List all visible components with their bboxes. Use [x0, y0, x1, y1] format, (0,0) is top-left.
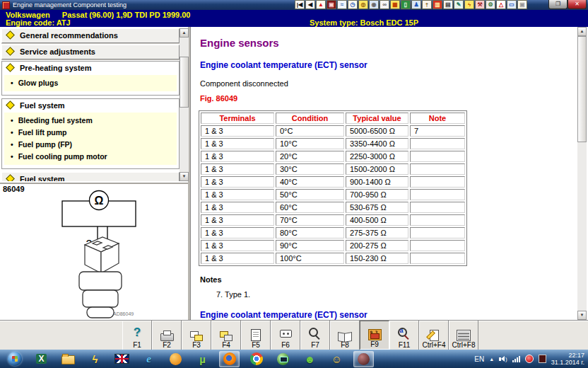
sidebar-item-bleeding-fuel-system[interactable]: •Bleeding fuel system: [4, 115, 177, 127]
workshop-app-icon[interactable]: [353, 351, 374, 367]
sidebar-scrollbar[interactable]: ▲ ▼: [180, 28, 189, 181]
sidebar-section-label: Fuel system: [20, 101, 65, 110]
fkey-f6-button[interactable]: F6: [271, 321, 300, 350]
engine-test-icon[interactable]: ▣: [327, 0, 336, 9]
restore-window-button[interactable]: ❐: [548, 0, 568, 9]
hidden-icons-arrow-icon[interactable]: ▲: [489, 357, 494, 362]
window-panel-icon[interactable]: ▣: [517, 0, 527, 9]
sidebar-section-service-adjustments[interactable]: Service adjustments: [1, 45, 180, 59]
chrome-icon[interactable]: [246, 351, 266, 367]
bullet-icon: •: [11, 128, 13, 137]
fkey-f11-button[interactable]: F11: [389, 321, 419, 350]
fkey-ctrl-f8-button[interactable]: Ctrl+F8: [449, 321, 478, 350]
warning-triangle-icon[interactable]: ▲: [316, 0, 326, 9]
sidebar-section-label: Service adjustments: [20, 47, 95, 56]
recorder-tray-icon[interactable]: [525, 355, 534, 363]
toolbox-icon[interactable]: ⚒: [475, 0, 485, 9]
sidebar-accordion: General recommendationsService adjustmen…: [1, 28, 180, 181]
sidebar-item-fuel-pump-fp[interactable]: •Fuel pump (FP): [4, 139, 177, 151]
battery-icon[interactable]: ▥: [433, 0, 442, 9]
media-player-icon[interactable]: [273, 351, 293, 367]
tyres-icon[interactable]: ∞: [380, 0, 389, 9]
sidebar-section-general-recommendations[interactable]: General recommendations: [1, 28, 180, 43]
content-scroll-thumb[interactable]: [577, 36, 587, 142]
content-scrollbar[interactable]: ▲ ▼: [577, 27, 587, 320]
sidebar-section-fuel-system[interactable]: Fuel system: [1, 172, 180, 181]
winamp-glyph: ϟ: [93, 354, 98, 364]
firefox-icon[interactable]: [219, 351, 240, 367]
gear-icon[interactable]: ⚙: [486, 0, 495, 9]
fkey-label: F3: [192, 341, 201, 349]
fkey-f9-button[interactable]: F9: [360, 321, 389, 350]
sidebar-section-pre-heating-system[interactable]: Pre-heating system: [2, 62, 179, 75]
scroll-down-icon[interactable]: ▼: [577, 311, 587, 320]
lubricants-icon[interactable]: ≈: [337, 0, 347, 9]
utorrent-icon[interactable]: µ: [192, 351, 213, 367]
fkey-f7-button[interactable]: F7: [300, 321, 330, 350]
fkey-f8-button[interactable]: F8: [330, 321, 360, 350]
taskbar-clock[interactable]: 22:17 31.1.2014 г.: [551, 352, 584, 367]
fkey-f4-button[interactable]: F4: [211, 321, 241, 350]
excel-icon[interactable]: X: [31, 351, 52, 367]
scroll-up-icon[interactable]: ▲: [180, 28, 189, 38]
fkey-f2-button[interactable]: F2: [152, 321, 182, 350]
winamp-icon[interactable]: ϟ: [85, 351, 105, 367]
wheel-icon[interactable]: ◉: [369, 0, 379, 9]
fkey-f1-button[interactable]: F1: [122, 321, 152, 350]
start-button[interactable]: [4, 351, 25, 367]
table-cell: 1 & 3: [201, 227, 274, 238]
fk-keypad-icon: [368, 329, 382, 340]
diamond-icon: [6, 63, 15, 72]
spark-plug-icon[interactable]: †: [422, 0, 432, 9]
top-toolbar: |◀◀▲▣≈◷◎◉∞▦▯♟†▥▤✎ϟ⚒⚙△▭▣: [295, 0, 528, 9]
sidebar-section-fuel-system[interactable]: Fuel system: [2, 99, 179, 113]
door-icon[interactable]: ▯: [401, 0, 411, 9]
sidebar-section-label: Pre-heating system: [20, 64, 91, 72]
scroll-up-icon[interactable]: ▲: [577, 27, 587, 36]
table-row: 1 & 310°C3350-4400 Ω: [201, 138, 465, 149]
file-explorer-icon[interactable]: [58, 351, 78, 367]
fkey-f3-button[interactable]: F3: [182, 321, 211, 350]
car-body-icon[interactable]: ▭: [507, 0, 517, 9]
table-row: 1 & 390°C200-275 Ω: [201, 240, 465, 251]
nav-back-icon[interactable]: ◀: [305, 0, 315, 9]
service-intervals-icon[interactable]: ◷: [348, 0, 358, 9]
hand-tool-icon[interactable]: ✎: [454, 0, 464, 9]
main-area: General recommendationsService adjustmen…: [0, 27, 588, 320]
gom-player-icon[interactable]: [165, 351, 186, 367]
monster-icon[interactable]: ☻: [300, 351, 320, 367]
volume-icon[interactable]: ): [499, 356, 507, 362]
printer-icon[interactable]: ▤: [443, 0, 453, 9]
fk-docpen-icon: [430, 330, 439, 341]
function-key-toolbar: F1F2F3F4F5F6F7F8F9F11Ctrl+F4Ctrl+F8: [0, 320, 588, 350]
towing-icon[interactable]: ♟: [411, 0, 421, 9]
sidebar-item-fuel-cooling-pump-motor[interactable]: •Fuel cooling pump motor: [4, 151, 177, 163]
sidebar: General recommendationsService adjustmen…: [0, 27, 190, 320]
internet-explorer-icon[interactable]: e: [139, 351, 159, 367]
lightning-icon[interactable]: ϟ: [464, 0, 474, 9]
close-window-button[interactable]: ✕: [568, 0, 587, 9]
fkey-label: Ctrl+F4: [422, 341, 445, 349]
sidebar-section-label: General recommendations: [20, 31, 118, 40]
table-header-row: TerminalsConditionTypical valueNote: [201, 113, 465, 124]
messenger-icon[interactable]: ☺: [327, 351, 347, 367]
sidebar-scroll-thumb[interactable]: [180, 57, 189, 108]
timing-belt-icon[interactable]: ◎: [358, 0, 368, 9]
uk-flag-icon[interactable]: [112, 351, 132, 367]
sidebar-item-fuel-lift-pump[interactable]: •Fuel lift pump: [4, 127, 177, 139]
fk-q-icon: [128, 324, 146, 341]
table-cell: 7: [410, 125, 465, 137]
bullet-icon: •: [11, 152, 13, 161]
figure-watermark: AD86049: [113, 311, 134, 316]
messenger-glyph: ☺: [331, 354, 342, 364]
repair-times-icon[interactable]: ▦: [390, 0, 400, 9]
hazard-icon[interactable]: △: [496, 0, 506, 9]
sidebar-item-glow-plugs[interactable]: •Glow plugs: [4, 77, 177, 89]
nav-first-icon[interactable]: |◀: [295, 0, 305, 9]
language-indicator[interactable]: EN: [474, 355, 484, 363]
scroll-down-icon[interactable]: ▼: [180, 172, 189, 181]
fkey-ctrl-f4-button[interactable]: Ctrl+F4: [419, 321, 449, 350]
misc-tray-icon[interactable]: [539, 355, 546, 363]
fkey-f5-button[interactable]: F5: [241, 321, 271, 350]
network-signal-icon[interactable]: [512, 355, 520, 362]
